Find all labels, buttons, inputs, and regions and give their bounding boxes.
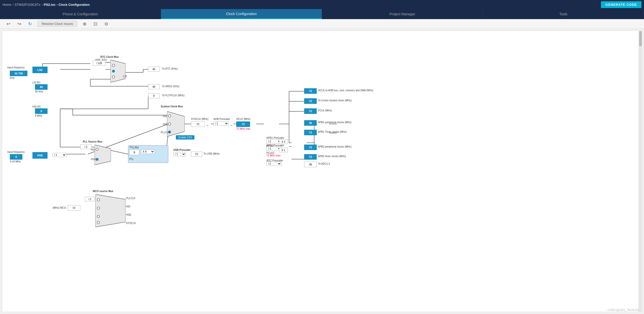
tab-bar: Pinout & Configuration Clock Configurati… — [0, 9, 644, 19]
zoom-in-button[interactable]: ⊕ — [81, 21, 88, 27]
apb1-prescaler-label: APB1 Prescaler — [266, 137, 284, 139]
cortex-label: To Cortex System timer (MHz) — [318, 99, 352, 102]
main-content: Input frequency 32.768 KHz LSE LSI RC 40… — [0, 29, 644, 314]
svg-line-43 — [110, 150, 128, 154]
scrollbar-thumb[interactable] — [639, 31, 642, 46]
vertical-scrollbar[interactable] — [639, 31, 642, 312]
tab-project[interactable]: Project Manager — [322, 9, 483, 19]
pll-container: *PLLMul 8 X 9 PLL — [128, 145, 168, 163]
fclk-val-box[interactable]: 72 — [304, 108, 317, 114]
sysclk-mhz-label: SYSCLK (MHz) — [191, 118, 208, 120]
ahb-prescaler-select[interactable]: / 1 — [214, 121, 229, 126]
lse-value-box[interactable]: 32.768 — [10, 71, 27, 76]
refresh-button[interactable]: ↻ — [27, 21, 33, 27]
svg-marker-54 — [95, 145, 111, 165]
svg-point-55 — [96, 148, 98, 151]
apb2-periph-label: APB2 peripheral clocks (MHz) — [318, 145, 351, 148]
breadcrumb-home[interactable]: Home — [3, 3, 11, 7]
mco-source-mux-label: MCO source Mux — [93, 190, 113, 193]
svg-point-52 — [168, 123, 171, 125]
tab-tools[interactable]: Tools — [483, 9, 644, 19]
usb-prescaler-select[interactable]: / 1 — [173, 152, 186, 156]
hse-div1-select[interactable]: / 1 — [53, 153, 66, 157]
undo-button[interactable]: ↩ — [5, 21, 12, 27]
hse-sel-label: HSE — [163, 123, 168, 126]
rtc-out-box[interactable]: 40 — [148, 67, 159, 72]
mco-hsi-label: HSI — [126, 205, 130, 208]
hse-block: HSE — [32, 152, 48, 159]
input-freq-lse-label: Input frequency — [7, 66, 25, 69]
flitfclk-label: To FLITFCLK (MHz) — [162, 94, 184, 97]
svg-point-51 — [168, 115, 171, 117]
hsi-rc-label: HSI RC — [32, 105, 41, 108]
pll-mul-label: *PLLMul — [129, 146, 139, 149]
cortex-val-box[interactable]: 72 — [304, 98, 317, 104]
iwdg-out-box[interactable]: 40 — [148, 84, 159, 89]
hclk-ahb-label: HCLK to AHB bus, core, memory and DMA (M… — [318, 89, 373, 92]
pll-source-mux-shape — [95, 145, 111, 165]
hclk-ahb-val-box[interactable]: 72 — [304, 88, 317, 94]
adc-label: To ADC1,2 — [318, 162, 330, 165]
pll-val-box[interactable]: 8 — [129, 150, 139, 155]
breadcrumb-chip[interactable]: STM32F103C8Tx — [15, 3, 41, 7]
apb2-x1-box: X 1 — [279, 148, 288, 152]
div128-box[interactable]: / 128 — [93, 61, 105, 66]
fit-button[interactable]: ⊡ — [92, 21, 99, 27]
canvas-area[interactable]: Input frequency 32.768 KHz LSE LSI RC 40… — [2, 31, 642, 312]
svg-point-58 — [97, 199, 100, 201]
lsi-mux-label: LSI — [123, 75, 127, 78]
top-nav: Home › STM32F103C8Tx › PS2.ioc - Clock C… — [0, 0, 644, 9]
pll-source-mux-label: PLL Source Mux — [83, 140, 102, 143]
hclk-max-label: 72 MHz max — [236, 127, 250, 130]
enable-css-button[interactable]: Enable CSS — [176, 135, 194, 140]
mco-val-box[interactable]: 72 — [68, 205, 80, 211]
rtc-mux-shape — [110, 60, 126, 82]
mco-hse-label: HSE — [126, 213, 131, 216]
pclk2-max-label: 72 MHz max — [266, 154, 280, 157]
lsi-value-box[interactable]: 40 — [35, 84, 48, 90]
watermark: CSDN @2201_75475731 — [608, 308, 639, 311]
hse-input-box[interactable]: 8 — [10, 154, 22, 160]
tab-clock[interactable]: Clock Configuration — [161, 9, 322, 19]
pllclk-sel-label: PLLCLK — [161, 131, 170, 134]
pll-mul-select[interactable]: X 9 — [141, 150, 155, 154]
rtc-label: To RTC (KHz) — [162, 67, 178, 70]
arrow1: → — [206, 123, 209, 127]
mco-pllclk-label: PLLCLK — [126, 197, 135, 200]
hsi-value-box[interactable]: 8 — [35, 108, 48, 114]
adc-val-box[interactable]: 36 — [304, 162, 317, 167]
apb1-periph-val-box[interactable]: 36 — [304, 120, 317, 126]
lsi-unit-label: 40 KHz — [35, 90, 43, 93]
mco-div2-box: / 2 — [85, 197, 95, 201]
hclk-value-box[interactable]: 72 — [236, 121, 250, 127]
apb1-timer-val-box[interactable]: 72 — [304, 130, 317, 135]
flitfclk-out-box[interactable]: 8 — [148, 93, 159, 98]
usb-val-box[interactable]: 72 — [191, 152, 202, 157]
hse-range-label: 4-16 MHz — [10, 160, 21, 163]
arrow2: → — [229, 123, 233, 127]
svg-point-56 — [96, 158, 98, 161]
lse-unit-label: KHz — [10, 77, 15, 79]
resolve-clock-issues-button[interactable]: Resolve Clock Issues — [37, 21, 77, 27]
lse-block: LSE — [32, 67, 48, 73]
svg-point-49 — [112, 76, 115, 78]
adc-prescaler-select[interactable]: / 2 — [266, 162, 281, 166]
svg-point-60 — [97, 215, 100, 218]
redo-button[interactable]: ↪ — [16, 21, 23, 27]
sysclk-value-box[interactable]: 72 — [191, 121, 205, 127]
svg-marker-57 — [95, 194, 126, 227]
tab-pinout[interactable]: Pinout & Configuration — [0, 9, 161, 19]
svg-point-47 — [112, 64, 115, 67]
zoom-out-button[interactable]: ⊖ — [103, 21, 110, 27]
connections-svg — [2, 31, 642, 312]
hsi-unit-label: 8 MHz — [35, 114, 42, 117]
rtc-clock-mux-label: RTC Clock Mux — [100, 56, 119, 58]
hsi-sel-label: HSI — [163, 115, 167, 118]
apb2-timer-val-box[interactable]: 72 — [304, 154, 317, 160]
lsi-rc-label: LSI RC — [32, 81, 41, 84]
generate-code-button[interactable]: GENERATE CODE — [601, 1, 641, 8]
ahb-prescaler-label: AHB Prescaler — [214, 118, 230, 120]
breadcrumb-file: PS2.ioc - Clock Configuration — [44, 3, 90, 7]
apb2-periph-val-box[interactable]: 72 — [304, 145, 317, 150]
clock-diagram: Input frequency 32.768 KHz LSE LSI RC 40… — [2, 31, 642, 312]
